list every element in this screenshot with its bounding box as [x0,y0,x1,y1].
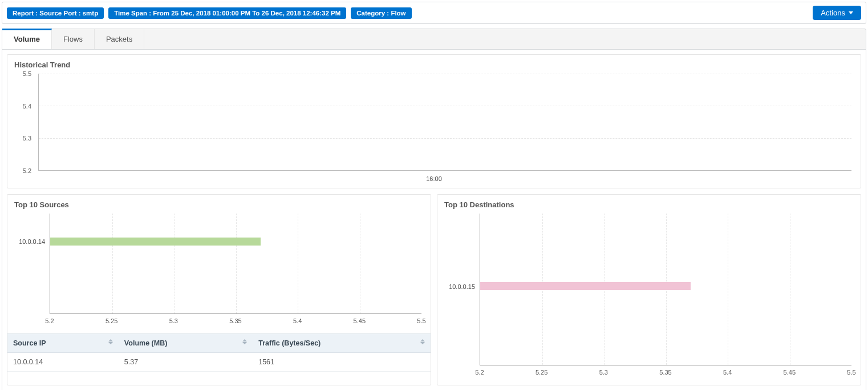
cell-traffic: 1561 [253,353,431,372]
panel-top-sources: Top 10 Sources 10.0.0.14 5.25.255.35.355… [7,194,431,385]
x-tick-label: 5.45 [784,369,796,376]
page-body: Historical Trend 5.25.35.45.5 16:00 Top … [2,50,866,390]
y-tick-label: 5.4 [23,103,31,110]
th-label: Source IP [13,339,46,347]
x-tick-label: 5.45 [354,317,366,324]
x-tick-label: 5.3 [599,369,608,376]
y-tick-label: 5.3 [23,135,31,142]
tab-packets[interactable]: Packets [95,29,144,49]
th-label: Traffic (Bytes/Sec) [258,339,321,347]
x-tick-label: 5.2 [45,317,54,324]
chip-category[interactable]: Category : Flow [351,7,411,19]
panel-title: Top 10 Sources [7,195,431,211]
topbar: Report : Source Port : smtp Time Span : … [2,2,866,24]
category-label: 10.0.0.15 [449,283,475,290]
x-tick-label: 5.25 [106,317,117,324]
top-sources-chart: 10.0.0.14 5.25.255.35.355.45.455.5 [14,214,424,328]
th-source-ip[interactable]: Source IP [7,334,119,353]
bar[interactable] [480,282,691,290]
table-row: 10.0.0.145.371561 [7,353,431,372]
panel-top-destinations: Top 10 Destinations 10.0.0.15 5.25.255.3… [437,194,861,385]
sort-icon[interactable] [242,339,247,344]
tab-flows[interactable]: Flows [52,29,95,49]
sources-table: Source IP Volume (MB) Traffic (Bytes/Sec… [7,333,431,372]
actions-button[interactable]: Actions [813,6,861,20]
chip-report[interactable]: Report : Source Port : smtp [7,7,104,19]
caret-down-icon [849,11,853,14]
x-tick-label: 5.3 [169,317,178,324]
x-tick-label: 5.35 [659,369,671,376]
th-traffic[interactable]: Traffic (Bytes/Sec) [253,334,431,353]
x-tick-label: 5.25 [536,369,547,376]
sort-icon[interactable] [108,339,113,344]
x-tick-label: 5.35 [229,317,241,324]
x-tick-label: 5.5 [847,369,855,376]
th-label: Volume (MB) [124,339,167,347]
panel-title: Top 10 Destinations [437,195,861,211]
actions-label: Actions [821,9,845,17]
x-tick-label: 5.5 [417,317,425,324]
chip-timespan[interactable]: Time Span : From 25 Dec, 2018 01:00:00 P… [108,7,346,19]
bar[interactable] [50,238,261,246]
panel-historical-trend: Historical Trend 5.25.35.45.5 16:00 [7,54,861,188]
sort-icon[interactable] [420,339,425,344]
hist-xlabel: 16:00 [426,175,442,182]
cell-volume: 5.37 [119,353,253,372]
panel-title: Historical Trend [7,55,861,71]
y-tick-label: 5.5 [23,70,31,77]
x-tick-label: 5.4 [723,369,732,376]
x-tick-label: 5.2 [475,369,484,376]
tabbar: Volume Flows Packets [2,29,866,50]
x-tick-label: 5.4 [293,317,302,324]
top-destinations-chart: 10.0.0.15 5.25.255.35.355.45.455.5 [444,214,854,379]
category-label: 10.0.0.14 [19,238,45,245]
cell-source-ip[interactable]: 10.0.0.14 [7,353,119,372]
y-tick-label: 5.2 [23,167,31,174]
historical-trend-chart: 5.25.35.45.5 16:00 [14,74,854,182]
th-volume[interactable]: Volume (MB) [119,334,253,353]
tab-volume[interactable]: Volume [2,29,52,49]
